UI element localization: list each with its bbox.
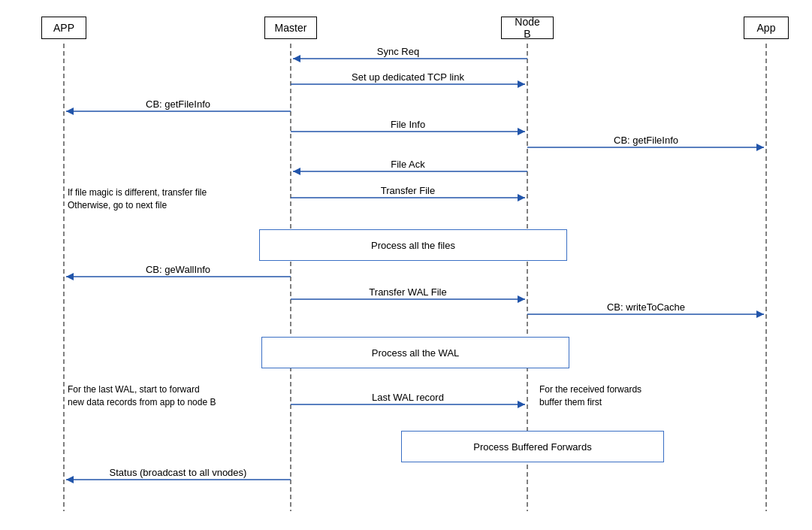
svg-marker-21 [518, 295, 525, 303]
actor-master: Master [264, 17, 317, 39]
msg-transfer-file: Transfer File [381, 185, 435, 196]
box-process-wal: Process all the WAL [261, 337, 569, 368]
msg-file-ack: File Ack [391, 159, 425, 170]
actor-app2: App [744, 17, 789, 39]
svg-marker-9 [66, 108, 74, 115]
svg-marker-17 [518, 194, 525, 201]
msg-last-wal: Last WAL record [372, 392, 444, 403]
box-process-buffered: Process Buffered Forwards [401, 431, 664, 462]
diagram: Sync Req Set up dedicated TCP link CB: g… [0, 0, 812, 530]
msg-sync-req: Sync Req [377, 46, 419, 57]
box-process-files: Process all the files [259, 229, 567, 261]
msg-file-info: File Info [391, 119, 425, 130]
svg-marker-27 [66, 476, 74, 483]
svg-marker-23 [756, 310, 764, 318]
svg-marker-5 [293, 55, 300, 62]
svg-marker-15 [293, 168, 300, 175]
msg-cb-getwallinfo: CB: geWallInfo [146, 264, 210, 275]
svg-marker-25 [518, 401, 525, 408]
side-label-last-wal: For the last WAL, start to forwardnew da… [68, 383, 278, 409]
msg-transfer-wal: Transfer WAL File [369, 286, 446, 298]
side-label-received-forwards: For the received forwardsbuffer them fir… [539, 383, 690, 409]
svg-marker-13 [756, 144, 764, 151]
side-label-file-magic: If file magic is different, transfer fil… [68, 186, 270, 212]
actor-nodeb: Node B [501, 17, 554, 39]
msg-cb-getfileinfo-right: CB: getFileInfo [614, 135, 678, 146]
svg-marker-11 [518, 128, 525, 135]
svg-marker-7 [518, 80, 525, 88]
msg-tcp-link: Set up dedicated TCP link [352, 71, 464, 83]
msg-status: Status (broadcast to all vnodes) [110, 467, 247, 478]
svg-marker-19 [66, 273, 74, 280]
actor-app: APP [41, 17, 86, 39]
msg-cb-getfileinfo-left: CB: getFileInfo [146, 98, 210, 110]
msg-cb-writetocache: CB: writeToCache [607, 301, 685, 313]
